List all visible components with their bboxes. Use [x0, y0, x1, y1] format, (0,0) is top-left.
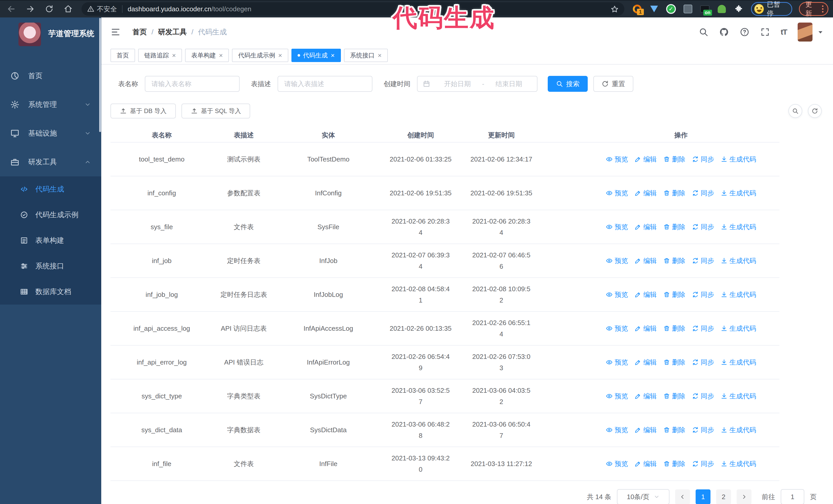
close-icon[interactable]: ×: [219, 52, 223, 59]
generate-code-link[interactable]: 生成代码: [721, 290, 756, 299]
reset-button[interactable]: 重置: [593, 76, 633, 92]
edit-link[interactable]: 编辑: [635, 392, 657, 401]
delete-link[interactable]: 删除: [663, 256, 685, 265]
tab-codegen[interactable]: 代码生成 ×: [291, 49, 341, 62]
page-button-2[interactable]: 2: [716, 489, 731, 504]
kebab-menu-icon[interactable]: [822, 5, 824, 13]
user-menu[interactable]: [798, 23, 824, 42]
close-icon[interactable]: ×: [378, 52, 382, 59]
home-icon[interactable]: [64, 4, 73, 14]
close-icon[interactable]: ×: [331, 52, 335, 59]
help-icon[interactable]: [740, 27, 749, 37]
forward-icon[interactable]: [26, 4, 35, 14]
sync-link[interactable]: 同步: [692, 290, 714, 299]
preview-link[interactable]: 预览: [606, 222, 628, 232]
table-desc-input[interactable]: [278, 76, 373, 92]
generate-code-link[interactable]: 生成代码: [721, 358, 756, 367]
sync-link[interactable]: 同步: [692, 459, 714, 469]
tab-form-builder[interactable]: 表单构建 ×: [185, 49, 229, 62]
sync-link[interactable]: 同步: [692, 222, 714, 232]
search-icon[interactable]: [699, 27, 709, 37]
preview-link[interactable]: 预览: [606, 459, 628, 469]
extension-green-icon[interactable]: ✓: [666, 4, 676, 14]
paused-badge[interactable]: 已暂停: [751, 2, 792, 16]
sidebar-item-codegen-demo[interactable]: 代码生成示例: [0, 202, 101, 227]
edit-link[interactable]: 编辑: [635, 324, 657, 333]
edit-link[interactable]: 编辑: [635, 256, 657, 265]
sidebar-item-devtools[interactable]: 研发工具: [0, 148, 101, 176]
delete-link[interactable]: 删除: [663, 459, 685, 469]
sidebar-item-infra[interactable]: 基础设施: [0, 119, 101, 148]
extension-orange-icon[interactable]: 1: [632, 4, 642, 14]
back-icon[interactable]: [7, 4, 16, 14]
edit-link[interactable]: 编辑: [635, 426, 657, 434]
search-button[interactable]: 搜索: [548, 76, 588, 92]
edit-link[interactable]: 编辑: [635, 155, 657, 164]
sidebar-item-form-builder[interactable]: 表单构建: [0, 227, 101, 253]
close-icon[interactable]: ×: [172, 52, 176, 59]
tab-system-api[interactable]: 系统接口 ×: [344, 49, 388, 62]
page-button-1[interactable]: 1: [696, 489, 711, 504]
edit-link[interactable]: 编辑: [635, 189, 657, 198]
security-warning[interactable]: 不安全: [87, 5, 117, 14]
sidebar-item-db-doc[interactable]: 数据库文档: [0, 279, 101, 305]
tab-codegen-demo[interactable]: 代码生成示例 ×: [232, 49, 288, 62]
delete-link[interactable]: 删除: [663, 222, 685, 232]
preview-link[interactable]: 预览: [606, 155, 628, 164]
edit-link[interactable]: 编辑: [635, 290, 657, 299]
goto-page-input[interactable]: [781, 489, 804, 504]
address-bar[interactable]: 不安全 dashboard.yudao.iocoder.cn /tool/cod…: [81, 2, 624, 16]
preview-link[interactable]: 预览: [606, 189, 628, 198]
breadcrumb-home[interactable]: 首页: [133, 27, 147, 37]
sync-link[interactable]: 同步: [692, 358, 714, 367]
delete-link[interactable]: 删除: [663, 426, 685, 434]
sync-link[interactable]: 同步: [692, 256, 714, 265]
generate-code-link[interactable]: 生成代码: [721, 324, 756, 333]
sidebar-item-system[interactable]: 系统管理: [0, 90, 101, 119]
end-date-placeholder[interactable]: 结束日期: [486, 79, 532, 89]
next-page-button[interactable]: [737, 489, 752, 504]
font-size-icon[interactable]: tT: [781, 28, 787, 37]
sidebar-scrollbar[interactable]: [99, 18, 101, 132]
generate-code-link[interactable]: 生成代码: [721, 189, 756, 198]
breadcrumb-devtools[interactable]: 研发工具: [158, 27, 187, 37]
tab-tracing[interactable]: 链路追踪 ×: [138, 49, 182, 62]
generate-code-link[interactable]: 生成代码: [721, 426, 756, 434]
sidebar-item-home[interactable]: 首页: [0, 62, 101, 90]
extension-android-icon[interactable]: [717, 4, 727, 14]
extension-panel-icon[interactable]: [683, 4, 693, 14]
extensions-puzzle-icon[interactable]: [734, 4, 744, 14]
sidebar-item-codegen[interactable]: 代码生成: [0, 176, 101, 202]
generate-code-link[interactable]: 生成代码: [721, 256, 756, 265]
delete-link[interactable]: 删除: [663, 189, 685, 198]
sync-link[interactable]: 同步: [692, 155, 714, 164]
reload-icon[interactable]: [45, 4, 54, 14]
refresh-table-button[interactable]: [808, 104, 822, 118]
edit-link[interactable]: 编辑: [635, 358, 657, 367]
preview-link[interactable]: 预览: [606, 256, 628, 265]
start-date-placeholder[interactable]: 开始日期: [434, 79, 481, 89]
delete-link[interactable]: 删除: [663, 392, 685, 401]
bookmark-star-icon[interactable]: [611, 5, 619, 13]
fullscreen-icon[interactable]: [760, 27, 770, 37]
sync-link[interactable]: 同步: [692, 426, 714, 434]
sidebar-logo[interactable]: 芋道管理系统: [0, 18, 101, 44]
delete-link[interactable]: 删除: [663, 358, 685, 367]
import-db-button[interactable]: 基于 DB 导入: [111, 103, 176, 118]
update-button[interactable]: 更新: [799, 2, 828, 16]
sync-link[interactable]: 同步: [692, 324, 714, 333]
edit-link[interactable]: 编辑: [635, 222, 657, 232]
preview-link[interactable]: 预览: [606, 324, 628, 333]
hamburger-icon[interactable]: [111, 27, 121, 37]
extension-gem-icon[interactable]: [649, 4, 659, 14]
date-range-picker[interactable]: 开始日期 - 结束日期: [417, 76, 538, 92]
generate-code-link[interactable]: 生成代码: [721, 392, 756, 401]
delete-link[interactable]: 删除: [663, 290, 685, 299]
github-icon[interactable]: [719, 27, 729, 37]
preview-link[interactable]: 预览: [606, 290, 628, 299]
delete-link[interactable]: 删除: [663, 155, 685, 164]
generate-code-link[interactable]: 生成代码: [721, 459, 756, 469]
preview-link[interactable]: 预览: [606, 358, 628, 367]
tab-home[interactable]: 首页: [111, 49, 135, 62]
preview-link[interactable]: 预览: [606, 426, 628, 434]
